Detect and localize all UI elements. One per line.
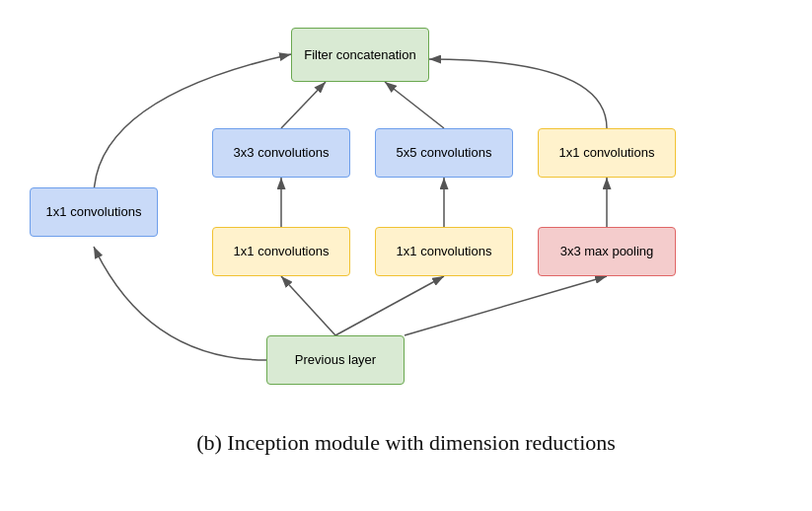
filter-concat-label: Filter concatenation xyxy=(304,46,415,64)
conv5x5-node: 5x5 convolutions xyxy=(375,128,513,178)
figure-caption: (b) Inception module with dimension redu… xyxy=(196,430,616,456)
diagram: Filter concatenation 3x3 convolutions 5x… xyxy=(0,0,812,424)
conv1x1-right-label: 1x1 convolutions xyxy=(559,144,655,162)
filter-concat-node: Filter concatenation xyxy=(291,28,429,82)
svg-line-1 xyxy=(281,276,335,335)
conv1x1-right-node: 1x1 convolutions xyxy=(538,128,676,178)
svg-line-2 xyxy=(335,276,444,335)
conv1x1-left-label: 1x1 convolutions xyxy=(46,203,142,221)
conv1x1-mid1-label: 1x1 convolutions xyxy=(234,243,330,260)
conv1x1-mid2-node: 1x1 convolutions xyxy=(375,227,513,276)
conv1x1-mid1-node: 1x1 convolutions xyxy=(212,227,350,276)
conv3x3-node: 3x3 convolutions xyxy=(212,128,350,178)
conv3x3-label: 3x3 convolutions xyxy=(234,144,330,162)
svg-line-7 xyxy=(281,82,326,128)
prev-layer-node: Previous layer xyxy=(266,335,405,385)
maxpool-node: 3x3 max pooling xyxy=(538,227,676,276)
conv1x1-mid2-label: 1x1 convolutions xyxy=(397,243,492,260)
svg-line-8 xyxy=(385,82,444,128)
prev-layer-label: Previous layer xyxy=(295,351,376,369)
conv5x5-label: 5x5 convolutions xyxy=(397,144,492,162)
maxpool-label: 3x3 max pooling xyxy=(560,243,654,260)
svg-line-3 xyxy=(405,276,607,335)
conv1x1-left-node: 1x1 convolutions xyxy=(30,187,158,237)
